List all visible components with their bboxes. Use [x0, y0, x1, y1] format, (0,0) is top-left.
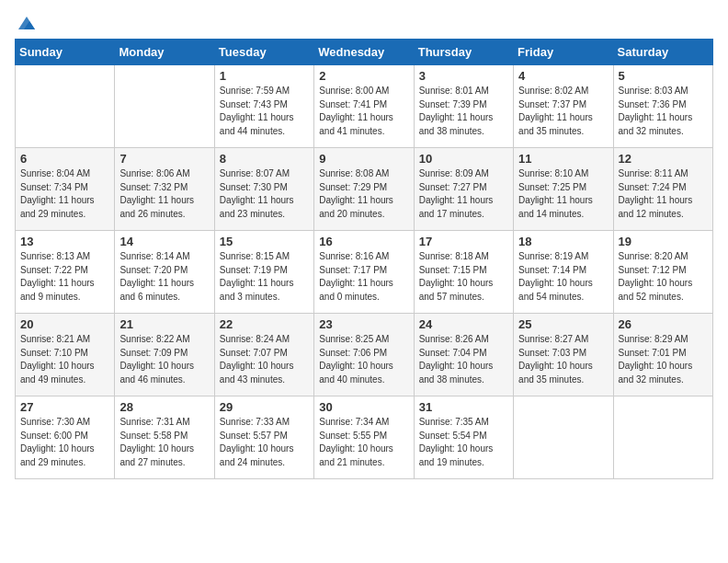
calendar-cell: 8Sunrise: 8:07 AMSunset: 7:30 PMDaylight…	[214, 148, 313, 231]
day-number: 24	[419, 317, 508, 331]
weekday-header-saturday: Saturday	[613, 40, 712, 65]
calendar-cell: 12Sunrise: 8:11 AMSunset: 7:24 PMDayligh…	[613, 148, 712, 231]
day-number: 7	[119, 152, 209, 166]
weekday-header-row: SundayMondayTuesdayWednesdayThursdayFrid…	[16, 40, 713, 65]
day-number: 1	[220, 69, 309, 83]
day-number: 27	[20, 400, 109, 414]
day-number: 12	[619, 152, 708, 166]
day-info: Sunrise: 7:33 AMSunset: 5:57 PMDaylight:…	[220, 416, 309, 469]
calendar-cell: 28Sunrise: 7:31 AMSunset: 5:58 PMDayligh…	[115, 396, 214, 479]
day-info: Sunrise: 7:59 AMSunset: 7:43 PMDaylight:…	[220, 85, 309, 138]
day-info: Sunrise: 8:07 AMSunset: 7:30 PMDaylight:…	[220, 167, 309, 221]
day-info: Sunrise: 8:10 AMSunset: 7:25 PMDaylight:…	[518, 167, 608, 221]
day-info: Sunrise: 8:00 AMSunset: 7:41 PMDaylight:…	[319, 85, 408, 138]
weekday-header-wednesday: Wednesday	[314, 40, 414, 65]
day-number: 6	[20, 152, 109, 166]
day-number: 3	[419, 69, 508, 83]
day-number: 30	[319, 400, 408, 414]
calendar-cell: 6Sunrise: 8:04 AMSunset: 7:34 PMDaylight…	[16, 148, 115, 231]
calendar-cell: 4Sunrise: 8:02 AMSunset: 7:37 PMDaylight…	[514, 65, 613, 148]
weekday-header-thursday: Thursday	[414, 40, 513, 65]
calendar-cell: 14Sunrise: 8:14 AMSunset: 7:20 PMDayligh…	[115, 231, 214, 314]
calendar-cell: 22Sunrise: 8:24 AMSunset: 7:07 PMDayligh…	[214, 314, 313, 396]
calendar-row-5: 27Sunrise: 7:30 AMSunset: 6:00 PMDayligh…	[16, 396, 713, 479]
calendar-cell: 15Sunrise: 8:15 AMSunset: 7:19 PMDayligh…	[214, 231, 313, 314]
day-number: 13	[20, 235, 109, 248]
day-number: 16	[319, 235, 408, 248]
weekday-header-sunday: Sunday	[16, 40, 115, 65]
day-info: Sunrise: 8:20 AMSunset: 7:12 PMDaylight:…	[619, 250, 708, 304]
weekday-header-monday: Monday	[115, 40, 214, 65]
calendar-cell: 20Sunrise: 8:21 AMSunset: 7:10 PMDayligh…	[16, 314, 115, 396]
day-number: 4	[518, 69, 608, 83]
weekday-header-friday: Friday	[514, 40, 613, 65]
day-info: Sunrise: 8:15 AMSunset: 7:19 PMDaylight:…	[220, 250, 309, 304]
calendar-cell: 11Sunrise: 8:10 AMSunset: 7:25 PMDayligh…	[514, 148, 613, 231]
calendar-cell: 25Sunrise: 8:27 AMSunset: 7:03 PMDayligh…	[514, 314, 613, 396]
day-info: Sunrise: 8:27 AMSunset: 7:03 PMDaylight:…	[518, 333, 608, 386]
day-info: Sunrise: 8:04 AMSunset: 7:34 PMDaylight:…	[20, 167, 109, 221]
calendar-cell: 1Sunrise: 7:59 AMSunset: 7:43 PMDaylight…	[214, 65, 313, 148]
day-info: Sunrise: 8:16 AMSunset: 7:17 PMDaylight:…	[319, 250, 408, 304]
day-number: 25	[518, 317, 608, 331]
day-number: 26	[619, 317, 708, 331]
calendar-cell	[613, 396, 712, 479]
day-number: 15	[220, 235, 309, 248]
day-info: Sunrise: 8:13 AMSunset: 7:22 PMDaylight:…	[20, 250, 109, 304]
day-number: 29	[220, 400, 309, 414]
calendar-row-1: 1Sunrise: 7:59 AMSunset: 7:43 PMDaylight…	[16, 65, 713, 148]
header	[15, 9, 713, 31]
calendar-cell: 16Sunrise: 8:16 AMSunset: 7:17 PMDayligh…	[314, 231, 414, 314]
calendar-cell: 30Sunrise: 7:34 AMSunset: 5:55 PMDayligh…	[314, 396, 414, 479]
day-info: Sunrise: 8:09 AMSunset: 7:27 PMDaylight:…	[419, 167, 508, 221]
calendar-cell	[514, 396, 613, 479]
calendar-row-2: 6Sunrise: 8:04 AMSunset: 7:34 PMDaylight…	[16, 148, 713, 231]
calendar-cell: 26Sunrise: 8:29 AMSunset: 7:01 PMDayligh…	[613, 314, 712, 396]
day-info: Sunrise: 8:06 AMSunset: 7:32 PMDaylight:…	[119, 167, 209, 221]
calendar-cell: 23Sunrise: 8:25 AMSunset: 7:06 PMDayligh…	[314, 314, 414, 396]
weekday-header-tuesday: Tuesday	[214, 40, 313, 65]
calendar-cell: 2Sunrise: 8:00 AMSunset: 7:41 PMDaylight…	[314, 65, 414, 148]
day-number: 14	[119, 235, 209, 248]
day-info: Sunrise: 8:19 AMSunset: 7:14 PMDaylight:…	[518, 250, 608, 304]
calendar-table: SundayMondayTuesdayWednesdayThursdayFrid…	[15, 39, 713, 479]
calendar-cell: 18Sunrise: 8:19 AMSunset: 7:14 PMDayligh…	[514, 231, 613, 314]
day-info: Sunrise: 8:08 AMSunset: 7:29 PMDaylight:…	[319, 167, 408, 221]
day-info: Sunrise: 7:34 AMSunset: 5:55 PMDaylight:…	[319, 416, 408, 469]
calendar-cell: 24Sunrise: 8:26 AMSunset: 7:04 PMDayligh…	[414, 314, 513, 396]
day-number: 19	[619, 235, 708, 248]
calendar-cell: 3Sunrise: 8:01 AMSunset: 7:39 PMDaylight…	[414, 65, 513, 148]
calendar-cell: 27Sunrise: 7:30 AMSunset: 6:00 PMDayligh…	[16, 396, 115, 479]
calendar-cell: 13Sunrise: 8:13 AMSunset: 7:22 PMDayligh…	[16, 231, 115, 314]
day-info: Sunrise: 8:14 AMSunset: 7:20 PMDaylight:…	[119, 250, 209, 304]
calendar-cell: 9Sunrise: 8:08 AMSunset: 7:29 PMDaylight…	[314, 148, 414, 231]
day-info: Sunrise: 8:18 AMSunset: 7:15 PMDaylight:…	[419, 250, 508, 304]
day-number: 5	[619, 69, 708, 83]
day-info: Sunrise: 8:29 AMSunset: 7:01 PMDaylight:…	[619, 333, 708, 386]
calendar-cell: 17Sunrise: 8:18 AMSunset: 7:15 PMDayligh…	[414, 231, 513, 314]
day-info: Sunrise: 8:21 AMSunset: 7:10 PMDaylight:…	[20, 333, 109, 386]
calendar-row-3: 13Sunrise: 8:13 AMSunset: 7:22 PMDayligh…	[16, 231, 713, 314]
day-info: Sunrise: 8:25 AMSunset: 7:06 PMDaylight:…	[319, 333, 408, 386]
logo-icon	[17, 15, 37, 31]
day-info: Sunrise: 7:30 AMSunset: 6:00 PMDaylight:…	[20, 416, 109, 469]
day-number: 22	[220, 317, 309, 331]
calendar-cell: 29Sunrise: 7:33 AMSunset: 5:57 PMDayligh…	[214, 396, 313, 479]
calendar-cell: 7Sunrise: 8:06 AMSunset: 7:32 PMDaylight…	[115, 148, 214, 231]
day-info: Sunrise: 7:31 AMSunset: 5:58 PMDaylight:…	[119, 416, 209, 469]
day-number: 31	[419, 400, 508, 414]
day-info: Sunrise: 8:01 AMSunset: 7:39 PMDaylight:…	[419, 85, 508, 138]
day-info: Sunrise: 8:22 AMSunset: 7:09 PMDaylight:…	[119, 333, 209, 386]
day-number: 10	[419, 152, 508, 166]
day-info: Sunrise: 8:24 AMSunset: 7:07 PMDaylight:…	[220, 333, 309, 386]
day-number: 2	[319, 69, 408, 83]
page: SundayMondayTuesdayWednesdayThursdayFrid…	[0, 0, 728, 494]
calendar-cell: 10Sunrise: 8:09 AMSunset: 7:27 PMDayligh…	[414, 148, 513, 231]
day-number: 18	[518, 235, 608, 248]
day-info: Sunrise: 8:11 AMSunset: 7:24 PMDaylight:…	[619, 167, 708, 221]
calendar-cell	[16, 65, 115, 148]
day-info: Sunrise: 7:35 AMSunset: 5:54 PMDaylight:…	[419, 416, 508, 469]
day-number: 20	[20, 317, 109, 331]
day-info: Sunrise: 8:02 AMSunset: 7:37 PMDaylight:…	[518, 85, 608, 138]
day-number: 23	[319, 317, 408, 331]
